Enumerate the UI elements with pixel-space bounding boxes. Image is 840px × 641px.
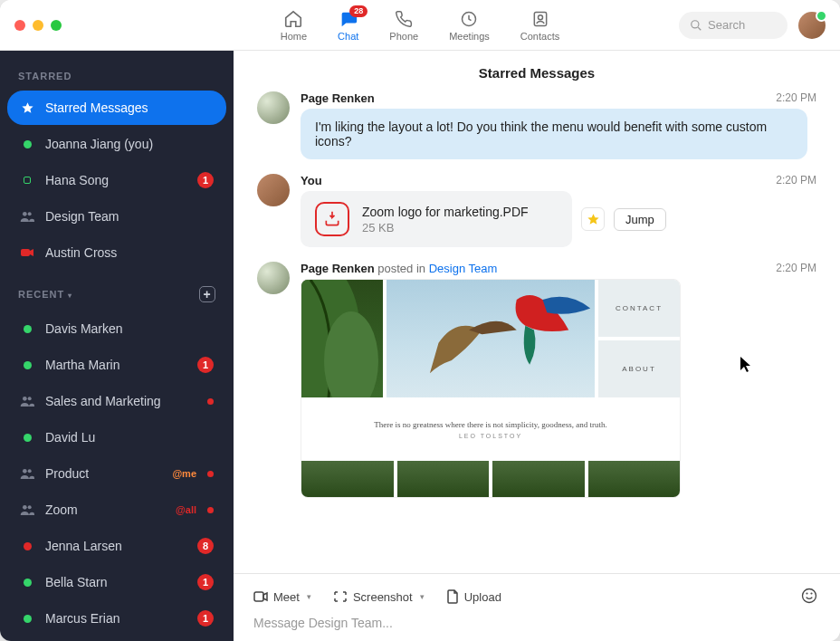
message: Page Renken posted in Design Team	[257, 262, 816, 498]
maximize-button[interactable]	[51, 20, 62, 31]
sidebar-item-label: Starred Messages	[45, 100, 214, 115]
main-pane: Starred Messages Page Renken I'm liking …	[234, 51, 840, 641]
chevron-down-icon: ▾	[307, 592, 311, 601]
close-button[interactable]	[14, 20, 25, 31]
nav-label: Home	[281, 31, 307, 42]
smile-icon	[800, 587, 818, 605]
sidebar-item-hana[interactable]: Hana Song 1	[7, 163, 226, 197]
sidebar-section-recent[interactable]: RECENT ▾ +	[0, 279, 234, 311]
svg-point-7	[23, 397, 27, 401]
image-attachment[interactable]: CONTACT ABOUT There is no greatness wher…	[301, 279, 681, 498]
nav-phone[interactable]: Phone	[389, 9, 418, 42]
sidebar-item-austin[interactable]: Austin Cross	[7, 235, 226, 270]
chevron-down-icon: ▾	[420, 592, 425, 601]
home-icon	[283, 9, 303, 29]
channel-link[interactable]: Design Team	[429, 262, 498, 275]
message-author: You	[301, 174, 816, 187]
sidebar-section-starred: STARRED	[0, 63, 234, 91]
group-icon	[20, 395, 34, 407]
nav-home[interactable]: Home	[281, 9, 307, 42]
avatar[interactable]	[257, 262, 290, 294]
chat-badge: 28	[349, 5, 368, 17]
nav-chat[interactable]: 28 Chat	[338, 9, 358, 42]
unread-badge: 8	[197, 538, 214, 554]
composer: Meet ▾ Screenshot ▾ Upload	[234, 573, 840, 641]
preview-quote: There is no greatness where there is not…	[374, 420, 606, 429]
message-time: 2:20 PM	[776, 262, 816, 274]
sidebar-item-zoom[interactable]: Zoom @all	[7, 493, 226, 527]
svg-point-11	[23, 505, 27, 510]
preview-quote-author: LEO TOLSTOY	[459, 433, 522, 439]
presence-online-icon	[24, 579, 32, 587]
message-header: Page Renken posted in Design Team	[301, 262, 816, 275]
upload-button[interactable]: Upload	[446, 589, 501, 604]
app-window: Home 28 Chat Phone Meetings	[0, 0, 840, 641]
svg-rect-1	[534, 13, 546, 26]
presence-online-icon	[24, 434, 32, 442]
nav-label: Contacts	[520, 31, 559, 42]
presence-online-icon	[24, 361, 32, 369]
sidebar-item-label: Zoom	[45, 502, 165, 517]
sidebar-item-label: Hana Song	[45, 173, 186, 187]
avatar[interactable]	[257, 91, 290, 124]
profile-avatar[interactable]	[798, 12, 826, 39]
sidebar-item-marcus[interactable]: Marcus Erian 1	[7, 601, 226, 636]
emoji-button[interactable]	[800, 587, 820, 607]
pdf-icon	[315, 202, 349, 236]
star-toggle[interactable]	[581, 207, 605, 231]
avatar[interactable]	[257, 174, 290, 206]
sidebar-item-label: Design Team	[45, 209, 214, 224]
svg-point-8	[28, 397, 32, 400]
search-input[interactable]: Search	[679, 12, 788, 39]
message-list[interactable]: Page Renken I'm liking the layout a lot!…	[234, 91, 840, 573]
file-attachment[interactable]: Zoom logo for marketing.PDF 25 KB	[301, 191, 572, 247]
nav-meetings[interactable]: Meetings	[449, 9, 490, 42]
unread-dot	[207, 507, 214, 513]
preview-chip: CONTACT	[598, 280, 680, 337]
top-nav: Home 28 Chat Phone Meetings	[281, 0, 559, 50]
chevron-down-icon: ▾	[68, 292, 72, 300]
presence-away-icon	[24, 177, 31, 184]
preview-chip: ABOUT	[598, 337, 680, 397]
sidebar-item-bella[interactable]: Bella Starn 1	[7, 565, 226, 599]
sidebar-item-jenna[interactable]: Jenna Larsen 8	[7, 529, 226, 563]
mention-badge: @all	[176, 504, 196, 515]
presence-online-icon	[24, 325, 32, 333]
svg-point-16	[803, 589, 816, 603]
sidebar-item-sales[interactable]: Sales and Marketing	[7, 384, 226, 418]
sidebar-item-davis[interactable]: Davis Marken	[7, 311, 226, 346]
sidebar-item-david[interactable]: David Lu	[7, 420, 226, 454]
sidebar-item-starred-messages[interactable]: Starred Messages	[7, 91, 226, 125]
sidebar: STARRED Starred Messages Joanna Jiang (y…	[0, 51, 234, 641]
nav-contacts[interactable]: Contacts	[520, 9, 559, 42]
add-channel-button[interactable]: +	[199, 286, 215, 302]
sidebar-item-product[interactable]: Product @me	[7, 456, 226, 491]
svg-point-5	[28, 212, 32, 215]
message-input[interactable]: Message Design Team...	[253, 612, 820, 630]
minimize-button[interactable]	[33, 20, 43, 31]
message-text: I'm liking the layout a lot! Do you thin…	[301, 109, 807, 159]
clock-icon	[459, 9, 479, 29]
presence-online-icon	[24, 140, 32, 148]
sidebar-item-label: Austin Cross	[45, 245, 214, 260]
titlebar-right: Search	[679, 12, 826, 39]
message: Page Renken I'm liking the layout a lot!…	[257, 91, 816, 159]
jump-button[interactable]: Jump	[614, 208, 666, 231]
file-size: 25 KB	[362, 221, 529, 234]
unread-dot	[207, 398, 214, 405]
file-icon	[446, 589, 459, 604]
sidebar-item-joanna[interactable]: Joanna Jiang (you)	[7, 127, 226, 161]
sidebar-item-martha[interactable]: Martha Marin 1	[7, 348, 226, 382]
svg-point-3	[692, 20, 699, 27]
sidebar-item-label: Davis Marken	[45, 321, 214, 336]
leaf-icon	[301, 280, 383, 397]
meet-button[interactable]: Meet ▾	[253, 590, 311, 604]
svg-point-12	[28, 505, 32, 509]
nav-label: Chat	[338, 31, 358, 42]
svg-point-18	[811, 593, 812, 594]
screenshot-button[interactable]: Screenshot ▾	[333, 590, 425, 604]
page-title: Starred Messages	[234, 51, 840, 91]
sidebar-item-design-team[interactable]: Design Team	[7, 199, 226, 234]
mention-badge: @me	[172, 468, 196, 479]
svg-point-9	[23, 469, 27, 474]
